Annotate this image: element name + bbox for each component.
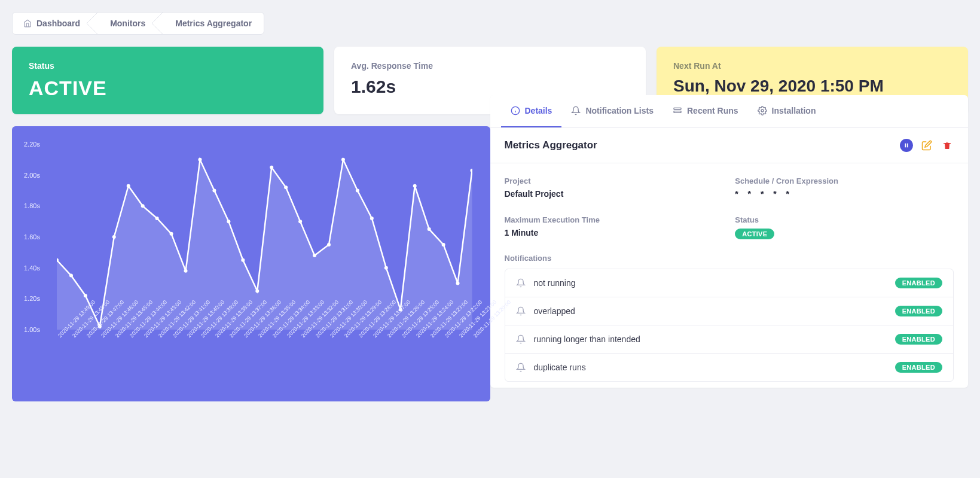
breadcrumb-monitors[interactable]: Monitors	[92, 13, 157, 34]
project-label: Project	[505, 176, 723, 185]
edit-button[interactable]	[920, 139, 933, 152]
notification-left: duplicate runs	[516, 363, 586, 372]
svg-point-8	[170, 232, 173, 236]
bell-icon	[571, 106, 581, 115]
detail-schedule: Schedule / Cron Expression * * * * *	[735, 176, 954, 199]
notification-row[interactable]: not running ENABLED	[505, 269, 954, 297]
svg-point-5	[127, 184, 130, 188]
home-icon	[23, 19, 32, 28]
pause-icon	[903, 142, 909, 148]
response-time-chart: 2.20s2.00s1.80s1.60s1.40s1.20s1.00s 2020…	[12, 126, 490, 401]
svg-point-4	[112, 235, 116, 239]
notification-state-badge: ENABLED	[895, 362, 942, 373]
y-axis-tick: 1.20s	[24, 295, 40, 302]
detail-project: Project Default Project	[505, 176, 723, 199]
notification-left: not running	[516, 278, 576, 288]
svg-point-1	[69, 274, 73, 278]
breadcrumb-current: Metrics Aggregator	[157, 13, 264, 34]
schedule-value: * * * * *	[735, 189, 954, 199]
notification-left: running longer than intended	[516, 334, 640, 344]
status-badge: ACTIVE	[735, 229, 774, 239]
svg-point-22	[370, 217, 374, 220]
detail-grid: Project Default Project Schedule / Cron …	[505, 176, 954, 239]
details-panel: Details Notification Lists Recent Runs I…	[490, 95, 969, 388]
svg-rect-37	[907, 144, 908, 148]
tab-install-label: Installation	[772, 106, 816, 115]
tab-recent-label: Recent Runs	[687, 106, 738, 115]
trash-icon	[942, 141, 952, 150]
notification-state-badge: ENABLED	[895, 334, 942, 345]
bell-icon	[516, 363, 526, 372]
tab-details[interactable]: Details	[501, 95, 562, 127]
list-icon	[673, 106, 682, 115]
notification-row[interactable]: overlapped ENABLED	[505, 297, 954, 325]
next-run-value: Sun, Nov 29, 2020 1:50 PM	[673, 77, 951, 96]
notifications-list: not running ENABLED overlapped ENABLED r…	[505, 269, 954, 382]
next-run-label: Next Run At	[673, 61, 951, 71]
tab-details-label: Details	[525, 106, 552, 115]
svg-point-10	[198, 158, 202, 162]
notification-left: overlapped	[516, 306, 575, 316]
response-card-value: 1.62s	[351, 77, 629, 97]
detail-maxexec: Maximum Execution Time 1 Minute	[505, 215, 723, 239]
notification-name: duplicate runs	[534, 363, 586, 372]
detail-status-label: Status	[735, 215, 954, 224]
status-card-value: ACTIVE	[29, 77, 307, 100]
svg-point-23	[384, 266, 388, 270]
detail-status: Status ACTIVE	[735, 215, 954, 239]
svg-rect-34	[674, 111, 681, 113]
bell-icon	[516, 306, 526, 316]
svg-point-17	[298, 220, 302, 223]
breadcrumb-monitors-label: Monitors	[110, 19, 145, 28]
tab-notification-lists[interactable]: Notification Lists	[561, 95, 663, 127]
svg-point-19	[327, 243, 331, 246]
svg-point-25	[413, 184, 417, 188]
svg-point-29	[471, 169, 472, 172]
breadcrumb-home-label: Dashboard	[36, 19, 80, 28]
svg-point-13	[241, 258, 245, 262]
maxexec-value: 1 Minute	[505, 228, 723, 238]
bell-icon	[516, 278, 526, 288]
svg-point-14	[255, 289, 259, 293]
svg-point-9	[184, 269, 188, 273]
info-icon	[511, 106, 520, 115]
notification-name: not running	[534, 278, 576, 288]
bell-icon	[516, 334, 526, 344]
status-card-label: Status	[29, 61, 307, 71]
svg-point-21	[356, 189, 359, 193]
y-axis-tick: 2.00s	[24, 172, 40, 179]
panel-actions	[900, 139, 954, 152]
breadcrumb-current-label: Metrics Aggregator	[175, 19, 252, 28]
svg-point-11	[212, 189, 216, 193]
y-axis-tick: 1.00s	[24, 326, 40, 333]
svg-rect-36	[905, 144, 906, 148]
svg-point-18	[313, 254, 316, 257]
svg-point-12	[227, 220, 230, 223]
panel-title: Metrics Aggregator	[505, 139, 597, 151]
svg-point-15	[270, 166, 273, 169]
pause-button[interactable]	[900, 139, 913, 152]
project-value: Default Project	[505, 189, 723, 199]
svg-point-16	[284, 185, 288, 189]
notification-row[interactable]: running longer than intended ENABLED	[505, 325, 954, 354]
status-card: Status ACTIVE	[12, 47, 323, 114]
svg-point-35	[761, 109, 764, 112]
delete-button[interactable]	[941, 139, 954, 152]
response-card-label: Avg. Response Time	[351, 61, 629, 71]
breadcrumb-home[interactable]: Dashboard	[13, 13, 92, 34]
svg-point-27	[442, 243, 445, 246]
y-axis-tick: 1.80s	[24, 202, 40, 209]
main-content: 2.20s2.00s1.80s1.60s1.40s1.20s1.00s 2020…	[12, 126, 968, 401]
y-axis-tick: 1.40s	[24, 264, 40, 272]
edit-icon	[921, 140, 932, 151]
panel-header: Metrics Aggregator	[490, 128, 969, 163]
gear-icon	[758, 106, 767, 115]
tab-notiflists-label: Notification Lists	[585, 106, 654, 115]
notification-row[interactable]: duplicate runs ENABLED	[505, 354, 954, 381]
schedule-label: Schedule / Cron Expression	[735, 176, 954, 185]
y-axis-tick: 1.60s	[24, 233, 40, 240]
tab-recent-runs[interactable]: Recent Runs	[663, 95, 748, 127]
svg-point-20	[341, 158, 345, 162]
panel-tabs: Details Notification Lists Recent Runs I…	[490, 95, 969, 128]
tab-installation[interactable]: Installation	[748, 95, 826, 127]
